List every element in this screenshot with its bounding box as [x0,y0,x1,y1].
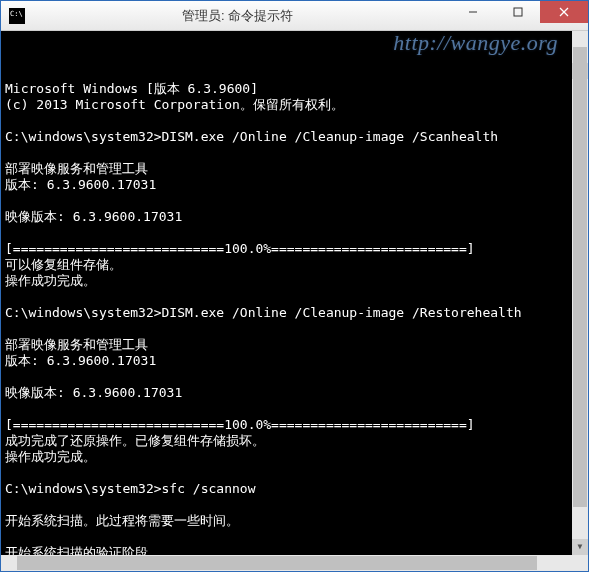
watermark-text: http://wangye.org [393,35,558,51]
command-prompt-window: 管理员: 命令提示符 http://wangye.org Microsoft W… [0,0,589,572]
vertical-scroll-thumb[interactable] [573,47,587,507]
cmd-icon [9,8,25,24]
titlebar[interactable]: 管理员: 命令提示符 [1,1,588,31]
close-icon [559,7,569,17]
minimize-icon [468,7,478,17]
window-controls [450,1,588,30]
close-button[interactable] [540,1,588,23]
minimize-button[interactable] [450,1,495,23]
svg-rect-1 [514,8,522,16]
maximize-button[interactable] [495,1,540,23]
horizontal-scroll-thumb[interactable] [17,556,537,570]
vertical-scrollbar[interactable]: ▲ ▼ [572,31,588,555]
window-title: 管理员: 命令提示符 [25,7,450,25]
console-area[interactable]: http://wangye.org Microsoft Windows [版本 … [1,31,588,571]
scroll-down-arrow-icon[interactable]: ▼ [572,539,588,555]
maximize-icon [513,7,523,17]
scroll-corner [572,555,588,571]
console-output: Microsoft Windows [版本 6.3.9600] (c) 2013… [5,81,584,571]
horizontal-scrollbar[interactable]: ◀ ▶ [1,555,572,571]
